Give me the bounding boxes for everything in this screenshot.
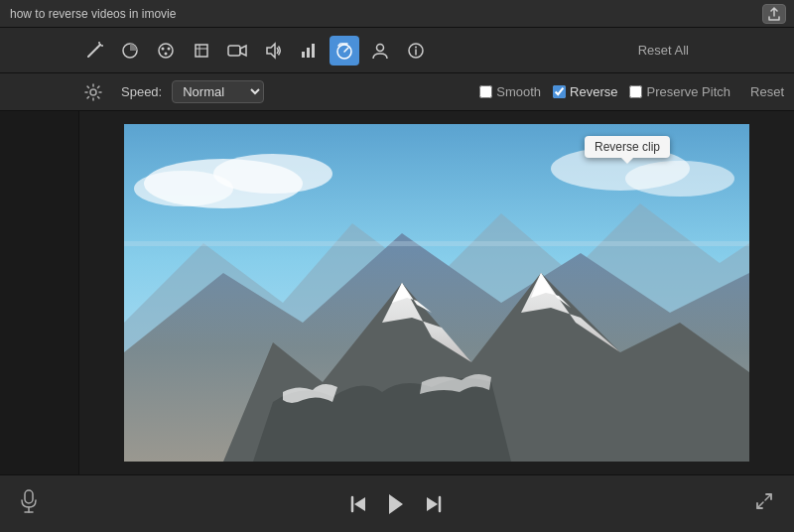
svg-point-8 [168, 47, 171, 50]
svg-marker-14 [240, 46, 246, 56]
overlay-button[interactable] [365, 36, 395, 66]
video-frame: Reverse clip [124, 124, 749, 462]
fullscreen-icon [754, 491, 774, 511]
overlay-icon [371, 42, 389, 60]
palette-icon [157, 42, 175, 60]
svg-marker-40 [389, 494, 403, 514]
speed-reset-button[interactable]: Reset [750, 84, 784, 99]
info-icon [407, 42, 425, 60]
play-icon [384, 492, 408, 516]
preserve-pitch-checkbox-item[interactable]: Preserve Pitch [629, 84, 730, 99]
microphone-icon [20, 489, 38, 513]
speed-options-group: Smooth Reverse Preserve Pitch Reset [479, 84, 784, 99]
main-area: Reverse clip [0, 111, 794, 474]
speed-bar: Speed: Slow Normal Fast Custom Smooth Re… [0, 73, 794, 111]
speed-dropdown[interactable]: Slow Normal Fast Custom [172, 80, 264, 103]
svg-rect-34 [124, 241, 749, 246]
svg-point-9 [165, 52, 168, 55]
skip-back-icon [348, 494, 368, 514]
smooth-checkbox[interactable] [479, 85, 492, 98]
svg-point-27 [90, 89, 96, 95]
video-scene [124, 124, 749, 462]
title-bar: how to reverse videos in imovie [0, 0, 794, 28]
bar-chart-icon [300, 42, 318, 60]
microphone-button[interactable] [20, 489, 38, 518]
speed-label: Speed: [121, 84, 162, 99]
svg-line-0 [88, 48, 97, 57]
window-title: how to reverse videos in imovie [10, 7, 176, 21]
svg-marker-42 [427, 497, 438, 511]
gear-icon [84, 83, 102, 101]
skip-back-button[interactable] [348, 494, 368, 514]
svg-point-31 [134, 171, 233, 206]
svg-point-6 [159, 44, 173, 58]
info-button[interactable] [401, 36, 431, 66]
reset-all-button[interactable]: Reset All [632, 41, 695, 60]
svg-point-3 [98, 42, 100, 44]
svg-marker-39 [354, 497, 365, 511]
svg-rect-13 [228, 46, 240, 56]
playback-controls [348, 492, 444, 516]
svg-line-20 [344, 48, 348, 52]
fullscreen-button[interactable] [754, 491, 774, 516]
svg-point-7 [162, 47, 165, 50]
left-sidebar [0, 111, 79, 474]
playback-bar [0, 474, 794, 532]
crop-button[interactable] [187, 36, 216, 66]
svg-rect-18 [312, 44, 315, 58]
skip-forward-button[interactable] [424, 494, 444, 514]
preserve-pitch-checkbox[interactable] [629, 85, 642, 98]
video-tool-button[interactable] [222, 36, 252, 66]
share-button[interactable] [762, 4, 786, 24]
reverse-label: Reverse [570, 84, 617, 99]
color-correction-button[interactable] [115, 36, 145, 66]
svg-point-4 [101, 45, 103, 47]
speed-icon [335, 42, 353, 60]
smooth-checkbox-item[interactable]: Smooth [479, 84, 541, 99]
tool-buttons [79, 36, 431, 66]
color-wheel-icon [121, 42, 139, 60]
video-container: Reverse clip [79, 111, 794, 474]
speed-tool-button[interactable] [330, 36, 359, 66]
playback-right [754, 491, 774, 516]
wand-tool-button[interactable] [79, 36, 109, 66]
crop-icon [193, 42, 210, 60]
reverse-checkbox[interactable] [553, 85, 566, 98]
smooth-label: Smooth [496, 84, 541, 99]
bar-chart-button[interactable] [294, 36, 324, 66]
svg-rect-35 [25, 490, 33, 503]
svg-rect-10 [196, 45, 207, 57]
play-button[interactable] [384, 492, 408, 516]
reverse-checkbox-item[interactable]: Reverse [553, 84, 617, 99]
svg-point-26 [415, 46, 417, 48]
palette-button[interactable] [151, 36, 181, 66]
skip-forward-icon [424, 494, 444, 514]
playback-left [20, 489, 38, 518]
share-icon [768, 7, 780, 21]
svg-point-23 [377, 44, 384, 51]
svg-rect-17 [307, 48, 310, 58]
gear-button[interactable] [79, 78, 107, 106]
audio-tool-button[interactable] [258, 36, 288, 66]
preserve-pitch-label: Preserve Pitch [646, 84, 730, 99]
wand-icon [85, 42, 103, 60]
svg-marker-15 [267, 44, 275, 58]
toolbar: Reset All [0, 28, 794, 73]
svg-point-33 [625, 161, 734, 197]
svg-rect-16 [302, 52, 305, 58]
camera-icon [227, 44, 247, 58]
volume-icon [264, 42, 282, 60]
